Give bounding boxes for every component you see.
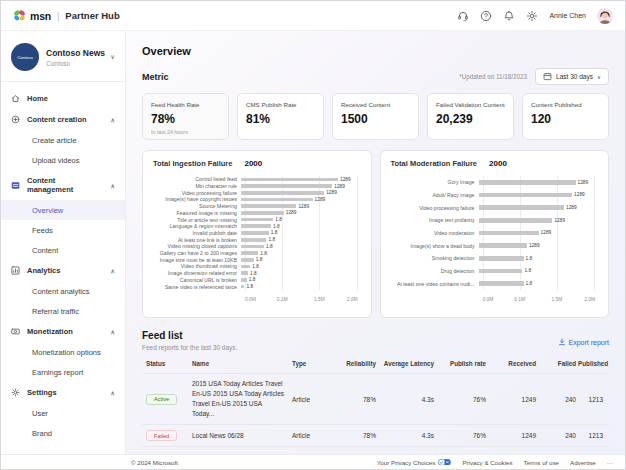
status-badge: Failed	[146, 430, 177, 441]
terms-of-use-link[interactable]: Terms of use	[524, 459, 559, 466]
sidebar-item-content[interactable]: Content	[1, 240, 125, 260]
sidebar-item-monetization-options[interactable]: Monetization options	[1, 342, 125, 362]
gridline	[594, 176, 595, 290]
bar-label: Title or article text missing	[153, 217, 241, 223]
axis-tick: 1.5M	[314, 297, 325, 302]
bar	[479, 269, 523, 274]
date-range-dropdown[interactable]: Last 30 days ∨	[535, 68, 609, 85]
bar-label: Adult/ Racy image	[391, 192, 479, 198]
bar-value: 1.8	[246, 284, 253, 289]
bar-track: 1.8	[241, 264, 357, 269]
export-report-link[interactable]: Export report	[558, 338, 609, 346]
column-header-reliability: Reliability	[334, 360, 378, 367]
published-cell: 1213	[578, 432, 605, 439]
sidebar-item-create-article[interactable]: Create article	[1, 130, 125, 150]
chart-total-moderation-failure: Total Moderation Failure2000Gory Image12…	[380, 150, 610, 318]
sidebar-item-user[interactable]: User	[1, 403, 125, 423]
bar	[479, 218, 553, 223]
column-header-failed: Failed	[538, 360, 578, 367]
chart-plot: Control listed feed1289Min character rul…	[153, 176, 361, 302]
bar-label: Image(s) have copyright issues	[153, 196, 241, 202]
chart-header: Total Ingestion Failure2000	[153, 159, 361, 168]
sidebar-item-feeds[interactable]: Feeds	[1, 220, 125, 240]
bar	[241, 184, 332, 188]
settings-icon[interactable]	[526, 10, 538, 22]
help-icon[interactable]	[480, 10, 492, 22]
notifications-icon[interactable]	[503, 10, 515, 22]
bar	[479, 256, 524, 261]
sidebar-item-monetization[interactable]: Monetization∧	[1, 321, 125, 342]
sidebar-item-overview[interactable]: Overview	[1, 200, 125, 220]
sidebar-nav: HomeContent creation∧Create articleUploa…	[1, 88, 125, 443]
org-subtitle: Contoso	[46, 60, 103, 67]
bar	[479, 231, 539, 236]
bar-label: Video moderation	[391, 230, 479, 236]
chart-bar-row: Drug detection1.8	[391, 265, 595, 278]
sidebar-item-brand[interactable]: Brand	[1, 423, 125, 443]
metric-card-value: 20,239	[436, 112, 505, 126]
bar-track: 1.8	[479, 268, 595, 273]
sidebar-item-content-management[interactable]: Content management∧	[1, 170, 125, 200]
sidebar-item-upload-videos[interactable]: Upload videos	[1, 150, 125, 170]
bar-value: 1.8	[526, 281, 533, 286]
bar-label: Image(s) show a dead body	[391, 243, 479, 249]
sidebar-item-content-creation[interactable]: Content creation∧	[1, 109, 125, 130]
publish_rate-cell: 76%	[436, 396, 488, 403]
status-cell: Failed	[146, 430, 192, 441]
more-link[interactable]: ···	[607, 459, 613, 466]
sidebar-item-home[interactable]: Home	[1, 88, 125, 109]
bar-value: 1.8	[249, 277, 256, 282]
chart-bar-row: Control listed feed1289	[153, 176, 357, 183]
bar-value: 1.8	[271, 230, 278, 235]
download-icon	[558, 338, 566, 346]
sidebar-item-settings[interactable]: Settings∧	[1, 382, 125, 403]
bar-track: 1.8	[241, 251, 357, 256]
sidebar-item-earnings-report[interactable]: Earnings report	[1, 362, 125, 382]
bar-track: 1289	[241, 204, 357, 209]
support-icon[interactable]	[457, 10, 469, 22]
bar-label: Featured image is missing	[153, 210, 241, 216]
bar-value: 1289	[578, 180, 589, 185]
bar-value: 1289	[340, 177, 351, 182]
advertise-link[interactable]: Advertise	[570, 459, 596, 466]
chart-bar-row: Canonical URL is broken1.8	[153, 277, 357, 284]
axis-tick: 0.1M	[277, 297, 288, 302]
bar-label: Control listed feed	[153, 176, 241, 182]
metric-card-cms-publish-rate: CMS Publish Rate81%	[237, 93, 324, 140]
user-avatar[interactable]	[597, 8, 613, 24]
bar-label: Video processing failure	[153, 190, 241, 196]
bar-track: 1.8	[241, 257, 357, 262]
bar-track: 1.8	[241, 230, 357, 235]
sidebar-item-content-analytics[interactable]: Content analytics	[1, 281, 125, 301]
bar-value: 1289	[315, 197, 326, 202]
sidebar-divider	[1, 81, 125, 82]
bar-value: 1.8	[252, 264, 259, 269]
column-header-name: Name	[192, 360, 292, 367]
bar	[479, 193, 573, 198]
privacy-cookies-link[interactable]: Privacy & Cookies	[462, 459, 512, 466]
bar	[241, 224, 271, 228]
privacy-choices-link[interactable]: Your Privacy Choices	[377, 459, 452, 466]
monetization-icon	[11, 327, 20, 336]
bar-value: 1289	[554, 218, 565, 223]
sidebar-item-referral-traffic[interactable]: Referral traffic	[1, 301, 125, 321]
sidebar-item-analytics[interactable]: Analytics∧	[1, 260, 125, 281]
settings-icon	[11, 388, 20, 397]
chart-bar-row: Image dimension related error1.8	[153, 270, 357, 277]
bar-track: 1.8	[241, 244, 357, 249]
bar-value: 1289	[529, 243, 540, 248]
type-cell: Article	[292, 396, 334, 403]
chart-header: Total Moderation Failure2000	[391, 159, 599, 168]
bar-track: 1289	[241, 184, 357, 189]
sidebar-group-label: Settings	[27, 388, 57, 397]
chevron-up-icon: ∧	[111, 328, 115, 335]
bar-track: 1.8	[241, 237, 357, 242]
bar-label: Image dimension related error	[153, 270, 241, 276]
published-cell: 1213	[578, 396, 605, 403]
bar	[241, 211, 284, 215]
org-switcher[interactable]: Contoso Contoso News Contoso ∨	[1, 41, 125, 81]
metric-card-content-published: Content Published120	[522, 93, 609, 140]
failed-cell: 240	[538, 396, 578, 403]
metric-section-title: Metric	[142, 72, 169, 82]
table-row: Active2015 USA Today Articles Travel En-…	[142, 374, 609, 425]
